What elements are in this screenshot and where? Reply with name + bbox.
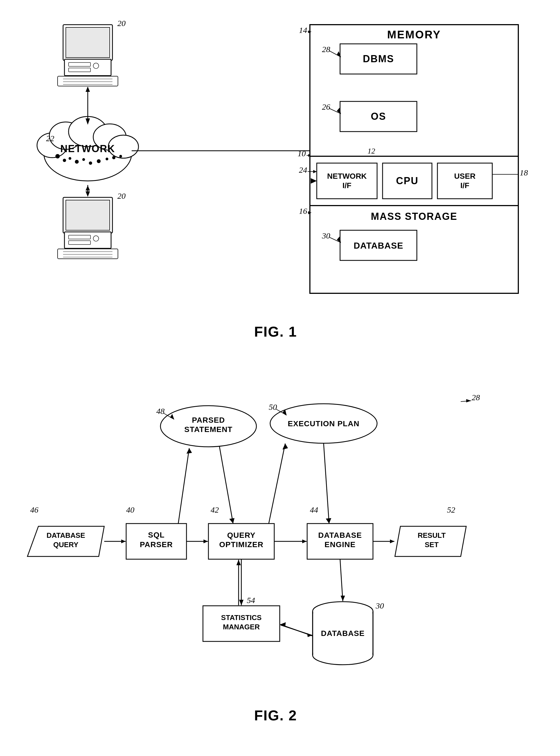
svg-marker-76 <box>466 399 471 402</box>
svg-marker-49 <box>308 154 311 157</box>
svg-marker-120 <box>307 633 312 637</box>
svg-rect-88 <box>203 606 280 641</box>
svg-point-39 <box>119 155 122 158</box>
database-query-label: DATABASE <box>47 531 85 539</box>
svg-rect-2 <box>82 60 94 68</box>
svg-line-117 <box>280 625 313 636</box>
database-engine-label: DATABASE <box>318 531 362 539</box>
svg-marker-58 <box>337 108 341 114</box>
svg-rect-10 <box>68 68 91 72</box>
svg-point-35 <box>89 161 92 165</box>
svg-marker-42 <box>85 87 90 92</box>
ref-54: 54 <box>247 596 255 605</box>
svg-line-78 <box>163 413 174 420</box>
ref-26-os: 26 <box>322 102 330 111</box>
ref-28-dbms: 28 <box>322 45 330 54</box>
ref-20-bottom: 20 <box>117 191 126 200</box>
fig2-label: FIG. 2 <box>254 707 297 724</box>
svg-point-34 <box>82 158 85 161</box>
svg-point-11 <box>93 63 99 68</box>
ref-18: 18 <box>520 168 528 177</box>
ref-24: 24 <box>299 165 307 174</box>
svg-marker-55 <box>337 51 341 57</box>
fig2-container: 28 PARSED STATEMENT 48 EXECUTION PLAN 50… <box>22 378 529 729</box>
svg-rect-89 <box>313 611 373 655</box>
svg-line-103 <box>178 448 189 524</box>
ref-40: 40 <box>126 505 134 514</box>
ref-22: 22 <box>46 134 54 143</box>
database-label: DATABASE <box>354 241 403 250</box>
mass-storage-title: MASS STORAGE <box>371 211 457 222</box>
svg-rect-15 <box>74 241 101 244</box>
svg-point-27 <box>68 117 107 147</box>
svg-marker-104 <box>186 448 192 454</box>
svg-marker-110 <box>326 518 331 524</box>
svg-point-24 <box>44 126 132 181</box>
ref-30-fig2: 30 <box>376 601 384 610</box>
svg-rect-60 <box>317 163 377 199</box>
svg-marker-45 <box>85 186 90 190</box>
sql-parser-label: SQL <box>148 531 165 539</box>
svg-rect-12 <box>63 197 113 233</box>
ref-14: 14 <box>299 25 307 35</box>
svg-marker-44 <box>85 191 90 197</box>
svg-marker-116 <box>341 596 345 601</box>
svg-marker-118 <box>280 622 286 627</box>
svg-line-109 <box>324 443 329 524</box>
svg-marker-74 <box>311 178 317 184</box>
page: 20 20 <box>0 0 560 756</box>
svg-point-33 <box>75 160 79 164</box>
svg-marker-64 <box>313 170 317 173</box>
fig2-database-label: DATABASE <box>321 629 364 638</box>
svg-point-31 <box>63 159 66 162</box>
svg-point-91 <box>313 646 373 665</box>
svg-marker-65 <box>311 179 317 183</box>
dbms-label: DBMS <box>363 53 394 64</box>
svg-point-37 <box>105 158 108 160</box>
svg-rect-92 <box>313 612 373 654</box>
svg-marker-41 <box>85 118 90 125</box>
svg-rect-59 <box>310 156 518 206</box>
ref-52: 52 <box>447 505 455 514</box>
statistics-manager-label2: MANAGER <box>223 623 260 631</box>
svg-rect-0 <box>63 25 113 60</box>
os-label: OS <box>371 111 386 122</box>
result-set-label: RESULT <box>418 531 446 539</box>
svg-marker-79 <box>170 414 174 420</box>
ref-12: 12 <box>367 147 375 155</box>
ref-20-top: 20 <box>117 19 126 28</box>
svg-marker-82 <box>282 410 286 415</box>
svg-marker-100 <box>302 539 306 543</box>
svg-line-81 <box>276 409 286 415</box>
svg-point-29 <box>108 135 139 158</box>
fig2-svg: 28 PARSED STATEMENT 48 EXECUTION PLAN 50… <box>22 378 529 729</box>
memory-title: MEMORY <box>387 28 441 41</box>
execution-plan-label: EXECUTION PLAN <box>288 420 359 428</box>
query-optimizer-label2: OPTIMIZER <box>219 540 263 549</box>
ref-30-db: 30 <box>322 231 330 240</box>
ref-48: 48 <box>156 407 164 415</box>
svg-line-54 <box>329 51 341 57</box>
svg-line-119 <box>281 625 312 635</box>
svg-rect-86 <box>307 524 373 559</box>
sql-parser-label2: PARSER <box>140 540 173 549</box>
network-if-label: NETWORK <box>327 172 367 180</box>
database-query-label2: QUERY <box>53 540 78 549</box>
user-if-label2: I/F <box>460 181 469 190</box>
svg-marker-108 <box>282 444 288 450</box>
svg-marker-106 <box>229 518 235 524</box>
query-optimizer-label: QUERY <box>227 531 256 539</box>
svg-rect-84 <box>126 524 186 559</box>
svg-rect-8 <box>64 59 111 76</box>
svg-rect-9 <box>68 62 91 66</box>
svg-line-115 <box>340 559 343 601</box>
svg-marker-69 <box>308 211 311 214</box>
svg-marker-98 <box>203 539 208 543</box>
cpu-label: CPU <box>396 175 419 186</box>
parsed-statement-label: PARSED <box>192 416 225 424</box>
svg-line-75 <box>461 401 471 402</box>
svg-rect-70 <box>340 230 417 260</box>
fig1-label: FIG. 1 <box>254 324 297 340</box>
fig1-svg: 20 20 <box>22 17 529 345</box>
svg-marker-72 <box>337 237 341 243</box>
